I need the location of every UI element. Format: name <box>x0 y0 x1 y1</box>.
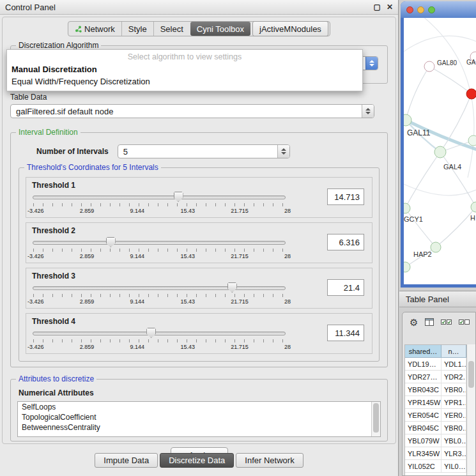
column-header-name[interactable]: n… <box>441 345 466 358</box>
network-edge[interactable] <box>405 152 440 208</box>
threshold-slider[interactable]: -3.4262.8599.14415.4321.71528 <box>33 282 286 305</box>
scale-label: 9.144 <box>130 344 145 350</box>
table-row[interactable]: YBR043CYBR0… <box>405 383 466 396</box>
network-edge[interactable] <box>436 207 476 247</box>
network-node[interactable] <box>424 61 434 72</box>
scale-label: 15.43 <box>180 208 195 214</box>
thresholds-group-label: Threshold's Coordinates for 5 Intervals <box>24 163 161 172</box>
table-scrollbar[interactable] <box>466 344 475 475</box>
slider-track[interactable] <box>33 286 286 290</box>
number-of-intervals-combobox[interactable]: 5 <box>118 144 290 158</box>
attribute-item[interactable]: TopologicalCoefficient <box>18 412 380 422</box>
tab-cyni-toolbox[interactable]: Cyni Toolbox <box>190 22 250 36</box>
threshold-slider[interactable]: -3.4262.8599.14415.4321.71528 <box>33 237 286 260</box>
table-row[interactable]: YBR045CYBR0… <box>405 422 466 434</box>
table-row[interactable]: YPR145WYPR1… <box>405 396 466 409</box>
scale-label: 15.43 <box>180 253 195 259</box>
tab-infer-network[interactable]: Infer Network <box>236 453 303 468</box>
network-edge[interactable] <box>406 66 429 120</box>
tab-impute-data[interactable]: Impute Data <box>95 453 158 468</box>
network-node[interactable] <box>404 262 410 272</box>
edit-columns-icon[interactable] <box>459 319 470 325</box>
attribute-item[interactable]: BetweennessCentrality <box>18 422 380 433</box>
scale-label: 9.144 <box>130 208 145 214</box>
scale-label: 15.43 <box>180 298 195 305</box>
network-node[interactable] <box>471 202 476 212</box>
network-edge[interactable] <box>440 152 476 207</box>
threshold-slider[interactable]: -3.4262.8599.14415.4321.71528 <box>33 328 286 351</box>
table-data-combobox[interactable]: galFiltered.sif default node <box>10 104 374 118</box>
slider-thumb[interactable] <box>227 282 237 293</box>
scale-label: 2.859 <box>80 344 95 350</box>
show-columns-icon[interactable] <box>425 318 434 326</box>
slider-track[interactable] <box>33 241 286 245</box>
network-edge[interactable] <box>405 208 436 247</box>
control-panel-title: Control Panel <box>5 3 56 12</box>
table-row[interactable]: YLR345WYLR3… <box>405 447 466 460</box>
algorithm-option-equal-width[interactable]: Equal Width/Frequency Discretization <box>7 75 362 88</box>
attribute-item[interactable]: SelfLoops <box>18 402 380 412</box>
network-window-titlebar[interactable] <box>401 1 476 18</box>
slider-track[interactable] <box>33 196 286 199</box>
threshold-value-field[interactable]: 14.713 <box>327 188 364 205</box>
table-row[interactable]: YER054CYER0… <box>405 409 466 422</box>
network-edge[interactable] <box>429 66 472 94</box>
close-icon[interactable]: ✕ <box>387 3 393 12</box>
algorithm-option-manual[interactable]: Manual Discretization <box>7 63 362 75</box>
numerical-attributes-list[interactable]: SelfLoopsTopologicalCoefficientBetweenne… <box>17 401 381 437</box>
threshold-value-field[interactable]: 11.344 <box>327 325 364 341</box>
network-node-label: H… <box>470 214 476 222</box>
network-node[interactable] <box>466 89 476 99</box>
slider-ticks <box>33 339 285 342</box>
close-traffic-light-icon[interactable] <box>406 6 413 13</box>
column-header-shared-name[interactable]: shared… <box>405 345 441 358</box>
select-all-columns-icon[interactable] <box>441 319 452 325</box>
slider-track[interactable] <box>33 332 286 335</box>
node-table: shared… n… YDL19…YDL1…YDR27…YDR2…YBR043C… <box>404 344 467 475</box>
network-node[interactable] <box>431 242 441 252</box>
table-data-label: Table Data <box>10 93 388 102</box>
minimize-traffic-light-icon[interactable] <box>417 6 424 13</box>
scale-label: 21.715 <box>231 344 249 350</box>
table-cell: YDL19… <box>405 358 441 370</box>
combobox-stepper-icon[interactable] <box>362 105 374 118</box>
threshold-label: Threshold 1 <box>32 181 75 190</box>
scale-label: 21.715 <box>231 253 249 259</box>
scale-label: 21.715 <box>231 208 249 214</box>
slider-thumb[interactable] <box>174 192 183 202</box>
scale-label: 28 <box>284 253 291 259</box>
table-row[interactable]: YDL19…YDL1… <box>405 358 466 371</box>
table-row[interactable]: YDR27…YDR2… <box>405 371 466 383</box>
threshold-value-field[interactable]: 6.316 <box>327 234 364 250</box>
list-scrollbar-thumb[interactable] <box>373 403 379 433</box>
table-cell: YBL079W <box>405 434 441 447</box>
combobox-stepper-icon[interactable] <box>277 145 289 158</box>
network-edge[interactable] <box>404 178 476 196</box>
table-row[interactable]: YBL079WYBL0… <box>405 434 466 447</box>
table-cell: YDR2… <box>441 371 466 383</box>
tab-jactivemnodules[interactable]: jActiveMNodules <box>252 21 328 36</box>
table-row[interactable]: YIL052CYIL0… <box>405 460 466 473</box>
list-scrollbar[interactable] <box>371 402 380 436</box>
table-panel-header[interactable]: Table Panel <box>399 291 476 307</box>
combobox-stepper-icon[interactable] <box>365 57 378 70</box>
zoom-traffic-light-icon[interactable] <box>428 6 435 13</box>
network-canvas[interactable]: GAL80GA…GAL11GAL4GCY1H…HAP2 <box>404 18 476 284</box>
threshold-slider[interactable]: -3.4262.8599.14415.4321.71528 <box>33 192 286 215</box>
network-node[interactable] <box>404 203 410 213</box>
gear-icon[interactable]: ⚙ <box>410 318 418 327</box>
tab-style[interactable]: Style <box>121 22 153 36</box>
table-scrollbar-thumb[interactable] <box>468 361 474 388</box>
tab-label: jActiveMNodules <box>259 24 321 34</box>
slider-scale: -3.4262.8599.14415.4321.71528 <box>27 253 291 259</box>
threshold-value-field[interactable]: 21.4 <box>327 279 364 296</box>
slider-thumb[interactable] <box>146 328 156 338</box>
tab-select[interactable]: Select <box>153 22 190 36</box>
network-node[interactable] <box>468 135 476 146</box>
tab-discretize-data[interactable]: Discretize Data <box>160 453 234 468</box>
network-edge[interactable] <box>404 36 476 56</box>
slider-thumb[interactable] <box>106 237 116 247</box>
float-window-icon[interactable]: ▢ <box>374 3 381 12</box>
network-node[interactable] <box>434 146 446 158</box>
tab-network[interactable]: Network <box>68 22 121 36</box>
